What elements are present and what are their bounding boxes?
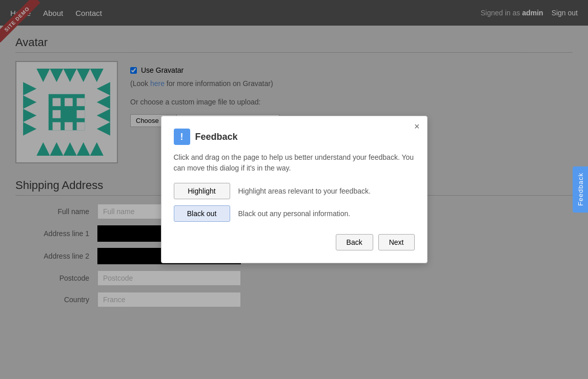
feedback-tab[interactable]: Feedback (573, 166, 588, 213)
modal-overlay: × ! Feedback Click and drag on the page … (0, 0, 588, 379)
blackout-button[interactable]: Black out (174, 205, 230, 222)
feedback-tab-label: Feedback (577, 173, 584, 206)
back-button[interactable]: Back (336, 234, 373, 250)
highlight-button[interactable]: Highlight (174, 183, 230, 199)
blackout-option-row: Black out Black out any personal informa… (174, 205, 415, 222)
blackout-desc: Black out any personal information. (238, 209, 351, 218)
modal-options: Highlight Highlight areas relevant to yo… (174, 183, 415, 222)
modal-description: Click and drag on the page to help us be… (174, 152, 415, 174)
modal-title: Feedback (195, 132, 238, 142)
modal-footer: Back Next (174, 234, 415, 250)
feedback-icon: ! (174, 129, 190, 145)
highlight-desc: Highlight areas relevant to your feedbac… (238, 187, 371, 195)
feedback-modal: × ! Feedback Click and drag on the page … (161, 116, 428, 263)
highlight-option-row: Highlight Highlight areas relevant to yo… (174, 183, 415, 199)
modal-header: ! Feedback (174, 129, 415, 145)
next-button[interactable]: Next (378, 234, 415, 250)
modal-close-button[interactable]: × (414, 121, 420, 132)
